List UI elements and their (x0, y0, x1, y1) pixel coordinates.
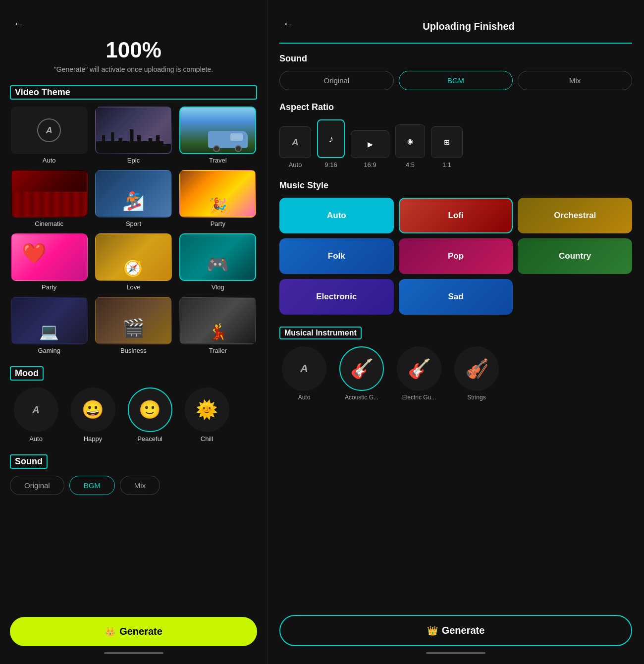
back-button-left[interactable]: ← (10, 15, 28, 33)
sound-section-left: Sound Original BGM Mix (10, 454, 257, 495)
vlog-decoration: 🎮 (207, 254, 229, 275)
cinematic-inner (12, 171, 87, 217)
back-button-right[interactable]: ← (279, 15, 297, 33)
gaming-inner: 💻 (12, 298, 87, 343)
aspect-label-45: 4:5 (406, 161, 415, 168)
music-style-title: Music Style (279, 180, 632, 191)
music-label-electronic: Electronic (316, 292, 357, 302)
mood-item-auto[interactable]: A Auto (10, 387, 62, 443)
theme-label-love: Love (126, 283, 140, 291)
music-item-electronic[interactable]: Electronic (279, 279, 394, 315)
aspect-label-auto: Auto (289, 161, 302, 168)
theme-item-party[interactable]: ❤️ Party (10, 233, 88, 291)
aspect-item-11[interactable]: ⊞ 1:1 (431, 126, 463, 168)
theme-item-gaming[interactable]: 💻 Gaming (10, 297, 88, 354)
theme-label-business: Business (120, 347, 147, 354)
party-inner: ❤️ (12, 234, 87, 280)
aspect-box-169: ▶ (351, 130, 389, 158)
mood-item-peaceful[interactable]: 🙂 Peaceful (124, 387, 176, 443)
sport-decoration: 🏂 (122, 191, 145, 212)
theme-item-love[interactable]: 🧭 Love (94, 233, 172, 291)
sound-label-left: Sound (10, 454, 48, 469)
music-label-auto: Auto (327, 211, 346, 221)
theme-thumb-party: ❤️ (11, 233, 88, 281)
mood-item-happy[interactable]: 😀 Happy (67, 387, 119, 443)
mood-circle-happy: 😀 (71, 387, 115, 432)
theme-label-auto: Auto (43, 157, 56, 164)
sound-tab-original-left[interactable]: Original (10, 476, 64, 495)
mood-circle-chill: 🌞 (185, 387, 229, 432)
van-wheel1 (213, 145, 220, 152)
aspect-item-916[interactable]: ♪ 9:16 (317, 119, 345, 168)
epic-inner (96, 108, 171, 153)
generate-button-left[interactable]: 👑 Generate (10, 617, 257, 646)
theme-item-travel[interactable]: Travel (179, 107, 257, 164)
music-item-country[interactable]: Country (518, 238, 632, 274)
right-header: ← Uploading Finished (279, 15, 632, 44)
instrument-item-acoustic[interactable]: 🎸 Acoustic G... (337, 346, 386, 401)
music-label-country: Country (559, 251, 591, 261)
theme-item-sport[interactable]: 🏂 Sport (94, 170, 172, 227)
theme-item-trailer[interactable]: 💃 Trailer (179, 297, 257, 354)
instrument-item-electric[interactable]: 🎸 Electric Gu... (394, 346, 444, 401)
aspect-item-auto[interactable]: A Auto (279, 126, 311, 168)
aspect-item-169[interactable]: ▶ 16:9 (351, 130, 389, 168)
cinema-seats-decoration (12, 192, 87, 217)
sound-tab-mix-right[interactable]: Mix (518, 71, 632, 90)
business-inner: 🎬 (96, 298, 171, 343)
theme-item-vlog[interactable]: 🎮 Vlog (179, 233, 257, 291)
aspect-ratio-section: Aspect Ratio A Auto ♪ 9:16 ▶ 16 (279, 102, 632, 168)
music-item-auto[interactable]: Auto (279, 198, 394, 233)
van-window (230, 133, 243, 141)
love-inner: 🧭 (96, 234, 171, 280)
theme-item-auto[interactable]: A Auto (10, 107, 88, 164)
party-heart-decoration: ❤️ (22, 242, 47, 265)
sound-tab-mix-left[interactable]: Mix (120, 476, 160, 495)
gaming-decoration: 💻 (39, 322, 59, 341)
theme-label-party: Party (42, 283, 56, 291)
business-decoration: 🎬 (122, 318, 145, 338)
instrument-section: Musical Instrument A Auto 🎸 Acoustic G..… (279, 327, 632, 401)
music-item-pop[interactable]: Pop (399, 238, 513, 274)
aspect-item-45[interactable]: ◉ 4:5 (395, 124, 425, 168)
generate-label-right: Generate (442, 625, 485, 636)
theme-thumb-party-top: 🎉 (179, 170, 256, 218)
left-panel: ← 100% "Generate" will activate once upl… (0, 0, 268, 664)
music-item-orchestral[interactable]: Orchestral (518, 198, 632, 233)
instrument-item-auto[interactable]: A Auto (279, 346, 329, 401)
sound-section-right: Sound Original BGM Mix (279, 54, 632, 90)
music-item-folk[interactable]: Folk (279, 238, 394, 274)
aspect-ratio-title: Aspect Ratio (279, 102, 632, 112)
instrument-label-strings: Strings (467, 394, 485, 401)
theme-item-business[interactable]: 🎬 Business (94, 297, 172, 354)
theme-label-trailer: Trailer (209, 347, 227, 354)
theme-thumb-auto: A (11, 107, 88, 154)
progress-subtitle: "Generate" will activate once uploading … (10, 65, 257, 73)
sound-title-right: Sound (279, 54, 632, 64)
instrument-circle-electric: 🎸 (397, 346, 441, 391)
home-indicator-right (426, 652, 485, 654)
instrument-item-strings[interactable]: 🎻 Strings (452, 346, 501, 401)
aspect-box-11: ⊞ (431, 126, 463, 158)
sound-tab-bgm-left[interactable]: BGM (69, 476, 115, 495)
theme-thumb-love: 🧭 (95, 233, 172, 281)
music-item-sad[interactable]: Sad (399, 279, 513, 315)
crown-icon-right: 👑 (427, 625, 438, 636)
generate-button-right[interactable]: 👑 Generate (279, 615, 632, 646)
music-label-lofi: Lofi (448, 211, 463, 221)
instrument-circle-acoustic: 🎸 (339, 346, 384, 391)
theme-thumb-business: 🎬 (95, 297, 172, 344)
theme-item-party-top[interactable]: 🎉 Party (179, 170, 257, 227)
theme-thumb-gaming: 💻 (11, 297, 88, 344)
theme-thumb-trailer: 💃 (179, 297, 256, 344)
music-item-lofi[interactable]: Lofi (399, 198, 513, 233)
theme-item-epic[interactable]: Epic (94, 107, 172, 164)
theme-label-gaming: Gaming (38, 347, 60, 354)
mood-item-chill[interactable]: 🌞 Chill (181, 387, 233, 443)
theme-item-cinematic[interactable]: Cinematic (10, 170, 88, 227)
instrument-circle-strings: 🎻 (454, 346, 499, 391)
generate-label-left: Generate (119, 626, 162, 637)
sound-tab-bgm-right[interactable]: BGM (399, 71, 513, 90)
music-style-section: Music Style Auto Lofi Orchestral Folk Po… (279, 180, 632, 315)
sound-tab-original-right[interactable]: Original (279, 71, 394, 90)
